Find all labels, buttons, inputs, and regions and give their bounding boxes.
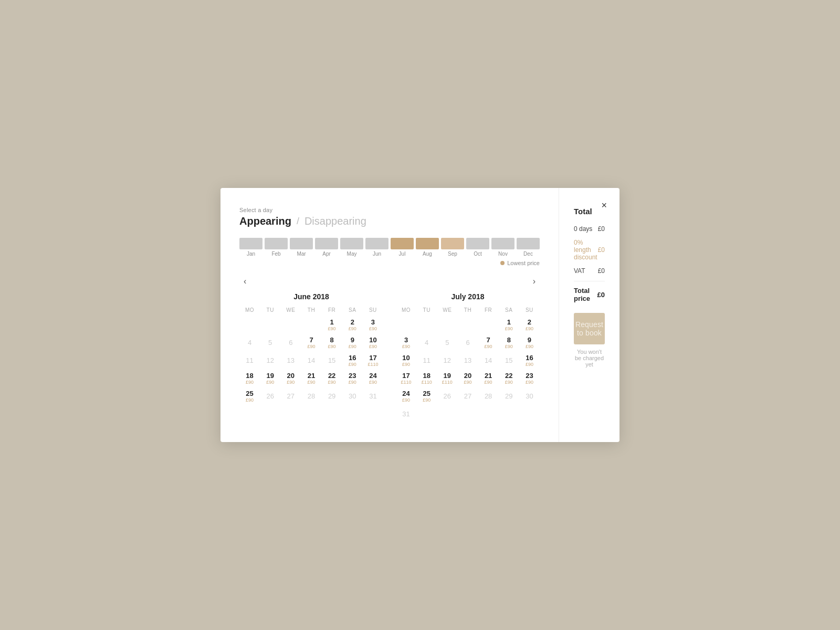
tab-row: Appearing / Disappearing <box>239 215 540 227</box>
month-block-jul[interactable]: Jul <box>391 238 414 257</box>
discount-row: 0% length discount £0 <box>574 239 605 261</box>
cal-day-cell[interactable]: 18£90 <box>239 370 260 387</box>
cal-day-cell: 27 <box>280 387 301 405</box>
month-block-may[interactable]: May <box>340 238 363 257</box>
month-block-apr[interactable]: Apr <box>315 238 338 257</box>
cal-day-cell[interactable]: 22£90 <box>322 370 342 387</box>
cal-day-cell[interactable]: 9£90 <box>342 334 363 352</box>
month-block-feb[interactable]: Feb <box>265 238 288 257</box>
discount-value: £0 <box>598 246 605 254</box>
cal-day-cell <box>280 316 301 334</box>
cal-day-cell[interactable]: 17£110 <box>396 370 416 387</box>
vat-row: VAT £0 <box>574 267 605 275</box>
cal-day-cell <box>519 405 540 423</box>
cal-day-cell: 5 <box>260 334 280 352</box>
cal-day-cell: 31 <box>363 387 383 405</box>
cal-day-cell[interactable]: 20£90 <box>457 370 478 387</box>
request-to-book-button[interactable]: Request to book <box>574 313 605 344</box>
vat-value: £0 <box>598 267 605 275</box>
cal-day-cell[interactable]: 7£90 <box>301 334 321 352</box>
month-bar: JanFebMarAprMayJunJulAugSepOctNovDec <box>239 238 540 257</box>
cal-day-cell <box>301 316 321 334</box>
month-block-oct[interactable]: Oct <box>466 238 489 257</box>
tab-disappearing[interactable]: Disappearing <box>304 215 366 227</box>
july-calendar-grid: MOTUWETHFRSASU1£902£903£904567£908£909£9… <box>396 307 540 423</box>
cal-day-cell[interactable]: 17£110 <box>363 352 383 370</box>
discount-label: 0% length discount <box>574 239 598 261</box>
tab-appearing[interactable]: Appearing <box>239 215 291 227</box>
cal-day-cell: 27 <box>457 387 478 405</box>
cal-day-cell[interactable]: 21£90 <box>478 370 499 387</box>
cal-day-cell[interactable]: 19£90 <box>260 370 280 387</box>
cal-day-cell[interactable]: 23£90 <box>519 370 540 387</box>
cal-day-cell: 30 <box>342 387 363 405</box>
june-calendar-grid: MOTUWETHFRSASU1£902£903£904567£908£909£9… <box>239 307 383 405</box>
cal-day-cell: 30 <box>519 387 540 405</box>
cal-day-cell[interactable]: 22£90 <box>499 370 519 387</box>
cal-day-cell[interactable]: 9£90 <box>519 334 540 352</box>
cal-day-cell: 15 <box>322 352 342 370</box>
cal-day-cell[interactable]: 10£90 <box>363 334 383 352</box>
cal-day-cell: 13 <box>457 352 478 370</box>
cal-day-cell: 13 <box>280 352 301 370</box>
booking-modal: Select a day Appearing / Disappearing Ja… <box>220 188 620 442</box>
cal-day-cell[interactable]: 7£90 <box>478 334 499 352</box>
month-block-jan[interactable]: Jan <box>239 238 262 257</box>
cal-header-fr: FR <box>478 307 499 316</box>
cal-day-cell[interactable]: 25£90 <box>239 387 260 405</box>
cal-day-cell: 4 <box>416 334 437 352</box>
cal-day-cell <box>239 316 260 334</box>
month-block-nov[interactable]: Nov <box>491 238 514 257</box>
cal-day-cell: 6 <box>457 334 478 352</box>
july-calendar: July 2018MOTUWETHFRSASU1£902£903£904567£… <box>396 292 540 423</box>
cal-day-cell: 29 <box>322 387 342 405</box>
cal-day-cell[interactable]: 16£90 <box>519 352 540 370</box>
close-button[interactable]: × <box>599 198 609 212</box>
month-block-jun[interactable]: Jun <box>365 238 388 257</box>
select-day-label: Select a day <box>239 207 540 213</box>
cal-day-cell: 14 <box>301 352 321 370</box>
cal-day-cell[interactable]: 3£90 <box>363 316 383 334</box>
next-month-button[interactable]: › <box>529 275 540 288</box>
month-block-dec[interactable]: Dec <box>517 238 540 257</box>
cal-day-cell[interactable]: 2£90 <box>342 316 363 334</box>
cal-day-cell[interactable]: 2£90 <box>519 316 540 334</box>
cal-day-cell[interactable]: 24£90 <box>396 387 416 405</box>
cal-day-cell[interactable]: 10£90 <box>396 352 416 370</box>
cal-day-cell[interactable]: 3£90 <box>396 334 416 352</box>
cal-day-cell <box>499 405 519 423</box>
cal-day-cell[interactable]: 8£90 <box>499 334 519 352</box>
cal-day-cell: 11 <box>416 352 437 370</box>
calendar-panel: Select a day Appearing / Disappearing Ja… <box>220 188 559 442</box>
cal-day-cell[interactable]: 23£90 <box>342 370 363 387</box>
cal-day-cell[interactable]: 20£90 <box>280 370 301 387</box>
cal-header-su: SU <box>363 307 383 316</box>
cal-day-cell[interactable]: 1£90 <box>499 316 519 334</box>
cal-day-cell <box>437 405 457 423</box>
cal-day-cell: 29 <box>499 387 519 405</box>
cal-day-cell: 14 <box>478 352 499 370</box>
cal-day-cell[interactable]: 1£90 <box>322 316 342 334</box>
prev-month-button[interactable]: ‹ <box>239 275 250 288</box>
vat-label: VAT <box>574 267 585 275</box>
cal-day-cell: 26 <box>260 387 280 405</box>
cal-day-cell[interactable]: 16£90 <box>342 352 363 370</box>
cal-day-cell[interactable]: 25£90 <box>416 387 437 405</box>
cal-day-cell: 12 <box>260 352 280 370</box>
cal-day-cell[interactable]: 24£90 <box>363 370 383 387</box>
divider <box>574 281 605 281</box>
days-row: 0 days £0 <box>574 225 605 233</box>
month-block-mar[interactable]: Mar <box>290 238 313 257</box>
days-label: 0 days <box>574 225 592 233</box>
month-block-sep[interactable]: Sep <box>441 238 464 257</box>
cal-day-cell: 12 <box>437 352 457 370</box>
cal-day-cell[interactable]: 8£90 <box>322 334 342 352</box>
lowest-price-label: Lowest price <box>507 260 540 266</box>
cal-day-cell[interactable]: 21£90 <box>301 370 321 387</box>
cal-header-tu: TU <box>416 307 437 316</box>
tab-separator: / <box>297 216 299 227</box>
month-block-aug[interactable]: Aug <box>416 238 439 257</box>
cal-header-mo: MO <box>239 307 260 316</box>
cal-day-cell[interactable]: 18£110 <box>416 370 437 387</box>
cal-day-cell[interactable]: 19£110 <box>437 370 457 387</box>
